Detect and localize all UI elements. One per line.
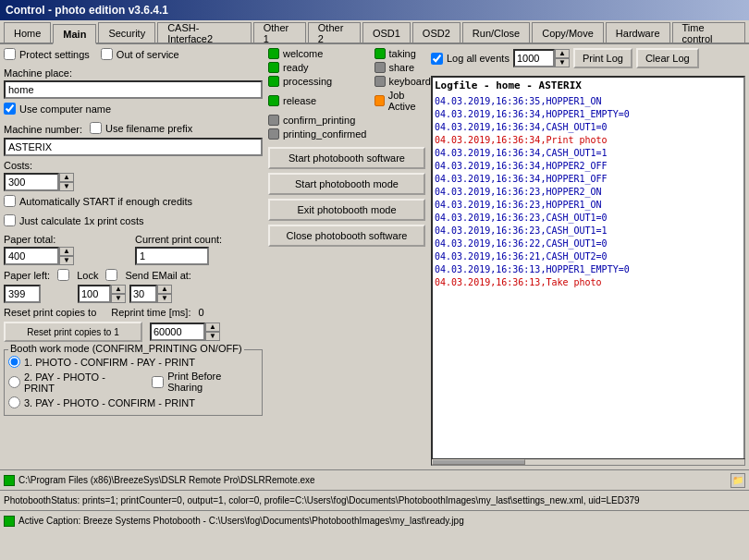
log-header: Log all events ▲ ▼ Print Log Clear Log [431, 48, 745, 68]
led-job-active: Job Active [374, 90, 431, 112]
machine-number-input[interactable] [4, 138, 263, 156]
machine-place-input[interactable] [4, 80, 263, 99]
log-entry-5: 04.03.2019,16:36:34,CASH_OUT1=1 [435, 147, 742, 160]
paper-left-input[interactable] [4, 285, 41, 303]
close-photobooth-software-button[interactable]: Close photobooth software [268, 225, 425, 247]
log-entry-9: 04.03.2019,16:36:23,HOPPER1_ON [435, 199, 742, 212]
status-text-1: PhotoboothStatus: prints=1; printCounter… [4, 495, 640, 505]
reset-label: Reset print copies to [4, 307, 96, 318]
email-up1[interactable]: ▲ [111, 285, 126, 294]
just-calculate-checkbox[interactable] [4, 214, 16, 226]
email-up2[interactable]: ▲ [157, 285, 172, 294]
paper-total-input[interactable] [4, 247, 59, 265]
send-email-input1[interactable] [78, 285, 111, 303]
booth-radio-1: 1. PHOTO - CONFIRM - PAY - PRINT [8, 356, 258, 368]
send-email-spinner1: ▲ ▼ [78, 285, 126, 303]
log-entry-4: 04.03.2019,16:36:34,Print photo [435, 134, 742, 147]
tab-other1[interactable]: Other 1 [253, 22, 306, 43]
protect-settings-checkbox[interactable] [4, 48, 16, 60]
log-count-down[interactable]: ▼ [555, 58, 570, 67]
print-before-sharing-row: Print Before Sharing [152, 371, 258, 393]
email-down2[interactable]: ▼ [157, 294, 172, 303]
paper-total-up[interactable]: ▲ [59, 247, 74, 256]
reprint-time-input[interactable] [150, 323, 205, 341]
machine-number-label: Machine number: [4, 124, 82, 135]
just-calculate-row: Just calculate 1x print costs [4, 214, 263, 226]
log-all-events-checkbox[interactable] [431, 53, 443, 65]
start-photobooth-mode-button[interactable]: Start photobooth mode [268, 173, 425, 195]
reprint-time-label: Reprint time [ms]: [111, 307, 190, 318]
print-before-sharing-label: Print Before Sharing [167, 371, 258, 393]
log-scrollbar[interactable] [431, 458, 745, 466]
tab-main[interactable]: Main [53, 24, 96, 44]
current-print-input[interactable] [135, 247, 209, 265]
lock-checkbox[interactable] [57, 269, 69, 281]
use-computer-name-label: Use computer name [19, 103, 111, 115]
tab-other2[interactable]: Other 2 [308, 22, 361, 43]
log-entry-6: 04.03.2019,16:36:34,HOPPER2_OFF [435, 160, 742, 173]
led-share: share [374, 62, 431, 73]
log-panel[interactable]: Logfile - home - ASTERIX 04.03.2019,16:3… [431, 76, 745, 462]
booth-radio-input-1[interactable] [8, 356, 20, 368]
tab-osd2[interactable]: OSD2 [412, 22, 460, 43]
use-filename-prefix-checkbox[interactable] [90, 122, 102, 134]
led-keyboard: keyboard [374, 76, 431, 87]
booth-work-group: Booth work mode (CONFIRM_PRINTING ON/OFF… [4, 349, 263, 416]
led-grid: welcome taking ready share processing ke… [268, 48, 425, 140]
log-entry-2: 04.03.2019,16:36:34,HOPPER1_EMPTY=0 [435, 108, 742, 121]
tab-cash-interface2[interactable]: CASH-Interface2 [157, 22, 252, 43]
costs-up-btn[interactable]: ▲ [59, 173, 74, 182]
exit-photobooth-mode-button[interactable]: Exit photobooth mode [268, 199, 425, 221]
exe-bar: C:\Program Files (x86)\BreezeSys\DSLR Re… [0, 469, 749, 490]
tab-hardware[interactable]: Hardware [606, 22, 670, 43]
reset-print-button[interactable]: Reset print copies to 1 [4, 322, 142, 342]
send-email-input2[interactable] [129, 285, 157, 303]
tab-time-control[interactable]: Time control [672, 22, 746, 43]
booth-radio-input-3[interactable] [8, 396, 20, 408]
start-photobooth-software-button[interactable]: Start photobooth software [268, 147, 425, 169]
title-text: Control - photo edition v3.6.4.1 [6, 4, 168, 17]
clear-log-button[interactable]: Clear Log [636, 48, 699, 68]
auto-start-label: Automatically START if enough credits [19, 196, 192, 207]
machine-number-section: Machine number: Use filename prefix [4, 122, 263, 156]
out-of-service-label: Out of service [117, 49, 179, 60]
reprint-down[interactable]: ▼ [205, 332, 220, 341]
log-count-spinner: ▲ ▼ [513, 49, 570, 67]
log-count-input[interactable] [513, 49, 555, 67]
reprint-up[interactable]: ▲ [205, 323, 220, 332]
out-of-service-checkbox[interactable] [101, 48, 113, 60]
tab-home[interactable]: Home [4, 22, 51, 43]
send-email-checkbox[interactable] [105, 269, 117, 281]
costs-input[interactable] [4, 173, 59, 191]
auto-start-checkbox[interactable] [4, 195, 16, 207]
led-ready-icon [268, 62, 279, 73]
paper-left-spinner [4, 285, 41, 303]
led-confirm-printing-icon [268, 115, 279, 126]
print-before-sharing-checkbox[interactable] [152, 376, 164, 388]
paper-total-spinner: ▲ ▼ [4, 247, 131, 265]
paper-total-down[interactable]: ▼ [59, 256, 74, 265]
email-down1[interactable]: ▼ [111, 294, 126, 303]
log-entry-1: 04.03.2019,16:36:35,HOPPER1_ON [435, 95, 742, 108]
costs-down-btn[interactable]: ▼ [59, 182, 74, 191]
booth-radio-input-2[interactable] [8, 376, 20, 388]
booth-radio-row2: 2. PAY - PHOTO - PRINT Print Before Shar… [8, 371, 258, 396]
tab-run-close[interactable]: Run/Close [462, 22, 530, 43]
led-processing-icon [268, 76, 279, 87]
exe-browse-button[interactable]: 📁 [731, 473, 745, 488]
booth-option-1: 1. PHOTO - CONFIRM - PAY - PRINT [24, 357, 195, 368]
led-processing: processing [268, 76, 367, 87]
tab-copy-move[interactable]: Copy/Move [532, 22, 604, 43]
led-confirm-printing: confirm_printing [268, 115, 367, 126]
print-log-button[interactable]: Print Log [573, 48, 632, 68]
use-computer-name-checkbox[interactable] [4, 103, 16, 115]
current-print-label: Current print count: [135, 234, 263, 245]
tab-osd1[interactable]: OSD1 [362, 22, 411, 43]
led-release-icon [268, 95, 279, 106]
tab-security[interactable]: Security [98, 22, 155, 43]
log-count-up[interactable]: ▲ [555, 49, 570, 58]
reset-section: Reset print copies to Reprint time [ms]:… [4, 307, 263, 318]
costs-section: Costs: ▲ ▼ [4, 160, 263, 191]
reset-values-row: Reset print copies to 1 ▲ ▼ [4, 322, 263, 342]
status-led-2 [4, 516, 15, 527]
